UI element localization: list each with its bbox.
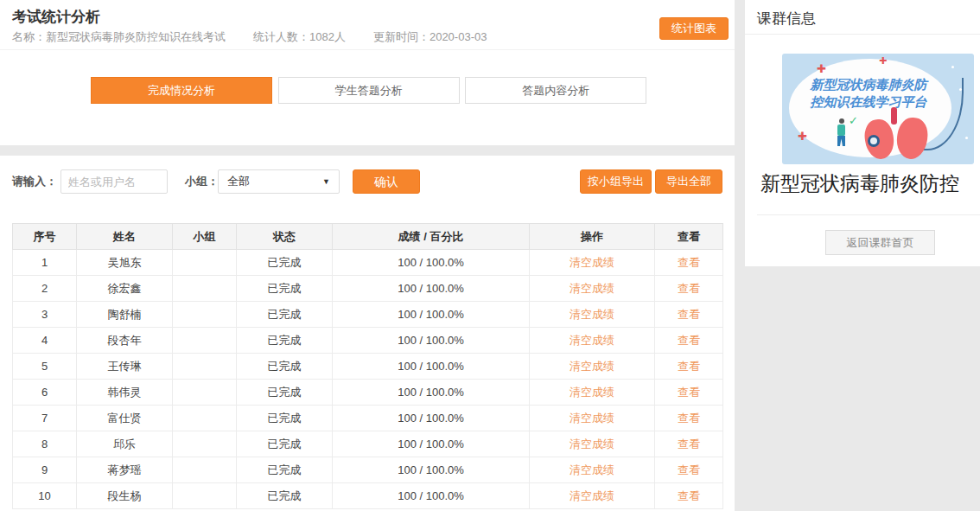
view-link[interactable]: 查看 xyxy=(678,386,700,399)
clear-score-link[interactable]: 清空成绩 xyxy=(570,334,614,347)
cell-score: 100 / 100.0% xyxy=(333,354,530,380)
table-row: 7富仕贤已完成100 / 100.0%清空成绩查看 xyxy=(13,406,723,431)
table-row: 3陶舒楠已完成100 / 100.0%清空成绩查看 xyxy=(13,302,723,328)
column-header: 序号 xyxy=(13,224,77,250)
cell-status: 已完成 xyxy=(237,380,333,406)
cell-score: 100 / 100.0% xyxy=(333,406,530,431)
cell-score: 100 / 100.0% xyxy=(333,457,530,483)
column-header: 查看 xyxy=(655,224,723,250)
column-header: 状态 xyxy=(237,224,333,250)
table-row: 2徐宏鑫已完成100 / 100.0%清空成绩查看 xyxy=(13,276,723,302)
clear-score-link[interactable]: 清空成绩 xyxy=(570,360,614,373)
stats-chart-button[interactable]: 统计图表 xyxy=(659,17,729,40)
column-header: 成绩 / 百分比 xyxy=(333,224,530,250)
clear-score-link[interactable]: 清空成绩 xyxy=(570,463,614,476)
view-link[interactable]: 查看 xyxy=(678,412,700,425)
cell-name: 韩伟灵 xyxy=(77,380,173,406)
export-all-button[interactable]: 导出全部 xyxy=(655,169,722,194)
decor-dot xyxy=(951,66,954,68)
clear-score-link[interactable]: 清空成绩 xyxy=(570,412,614,425)
table-row: 1吴旭东已完成100 / 100.0%清空成绩查看 xyxy=(13,250,723,276)
cell-group xyxy=(173,406,237,431)
table-row: 8邱乐已完成100 / 100.0%清空成绩查看 xyxy=(13,431,723,457)
cell-name: 邱乐 xyxy=(77,431,173,457)
tab-answer-content-analysis[interactable]: 答题内容分析 xyxy=(465,77,646,104)
cell-action: 清空成绩 xyxy=(530,431,655,457)
clear-score-link[interactable]: 清空成绩 xyxy=(570,489,614,502)
clear-score-link[interactable]: 清空成绩 xyxy=(570,256,614,269)
cell-name: 蒋梦瑶 xyxy=(77,457,173,483)
cell-view: 查看 xyxy=(655,380,723,406)
cell-view: 查看 xyxy=(655,483,723,509)
cell-action: 清空成绩 xyxy=(530,380,655,406)
chevron-down-icon: ▼ xyxy=(322,170,330,193)
cell-action: 清空成绩 xyxy=(530,354,655,380)
cell-status: 已完成 xyxy=(237,457,333,483)
view-link[interactable]: 查看 xyxy=(678,463,700,476)
analysis-tabs: 完成情况分析 学生答题分析 答题内容分析 xyxy=(91,77,649,104)
cell-status: 已完成 xyxy=(237,354,333,380)
table-header-row: 序号姓名小组状态成绩 / 百分比操作查看 xyxy=(13,224,723,250)
cell-action: 清空成绩 xyxy=(530,302,655,328)
clear-score-link[interactable]: 清空成绩 xyxy=(570,308,614,321)
cell-no: 5 xyxy=(13,354,77,380)
cell-group xyxy=(173,328,237,354)
course-group-panel: 课群信息 ✚ ✚ ✚ 新型冠状病毒肺炎防 控知识在线学习平台 ✓ 新型冠状病毒肺… xyxy=(745,0,980,266)
cell-view: 查看 xyxy=(655,431,723,457)
sidebar-divider xyxy=(757,214,980,215)
column-header: 操作 xyxy=(530,224,655,250)
red-cross-icon: ✚ xyxy=(879,55,887,67)
tab-student-answer-analysis[interactable]: 学生答题分析 xyxy=(278,77,460,104)
cell-no: 3 xyxy=(13,302,77,328)
cell-status: 已完成 xyxy=(237,483,333,509)
clear-score-link[interactable]: 清空成绩 xyxy=(570,438,614,450)
view-link[interactable]: 查看 xyxy=(678,308,700,321)
cell-no: 6 xyxy=(13,380,77,406)
cell-score: 100 / 100.0% xyxy=(333,302,530,328)
tab-completion-analysis[interactable]: 完成情况分析 xyxy=(91,77,272,104)
cell-name: 段生杨 xyxy=(77,483,173,509)
view-link[interactable]: 查看 xyxy=(678,360,700,373)
confirm-button[interactable]: 确认 xyxy=(353,169,420,194)
cell-name: 徐宏鑫 xyxy=(77,276,173,302)
table-row: 4段杏年已完成100 / 100.0%清空成绩查看 xyxy=(13,328,723,354)
group-select[interactable]: 全部 ▼ xyxy=(218,169,340,194)
view-link[interactable]: 查看 xyxy=(678,282,700,295)
view-link[interactable]: 查看 xyxy=(678,334,700,347)
cell-view: 查看 xyxy=(655,354,723,380)
group-select-value: 全部 xyxy=(227,175,250,188)
view-link[interactable]: 查看 xyxy=(678,438,700,450)
cell-name: 富仕贤 xyxy=(77,406,173,431)
table-row: 6韩伟灵已完成100 / 100.0%清空成绩查看 xyxy=(13,380,723,406)
view-link[interactable]: 查看 xyxy=(678,489,700,502)
course-title: 新型冠状病毒肺炎防控 xyxy=(760,170,980,197)
column-header: 小组 xyxy=(173,224,237,250)
page-title: 考试统计分析 xyxy=(12,7,100,27)
cell-group xyxy=(173,457,237,483)
decor-dot xyxy=(959,88,962,91)
sidebar-divider xyxy=(745,34,980,35)
results-table: 序号姓名小组状态成绩 / 百分比操作查看 1吴旭东已完成100 / 100.0%… xyxy=(12,223,723,509)
export-by-group-button[interactable]: 按小组导出 xyxy=(580,169,652,194)
clear-score-link[interactable]: 清空成绩 xyxy=(570,386,614,399)
cell-group xyxy=(173,431,237,457)
table-row: 5王传琳已完成100 / 100.0%清空成绩查看 xyxy=(13,354,723,380)
person-icon xyxy=(839,118,844,124)
exam-stats-panel: 考试统计分析 名称：新型冠状病毒肺炎防控知识在线考试统计人数：1082人更新时间… xyxy=(0,0,735,145)
cell-action: 清空成绩 xyxy=(530,406,655,431)
exam-meta-row: 名称：新型冠状病毒肺炎防控知识在线考试统计人数：1082人更新时间：2020-0… xyxy=(12,29,514,45)
cell-score: 100 / 100.0% xyxy=(333,431,530,457)
cell-action: 清空成绩 xyxy=(530,483,655,509)
table-row: 9蒋梦瑶已完成100 / 100.0%清空成绩查看 xyxy=(13,457,723,483)
search-input[interactable] xyxy=(60,169,168,194)
cell-action: 清空成绩 xyxy=(530,250,655,276)
clear-score-link[interactable]: 清空成绩 xyxy=(570,282,614,295)
table-row: 10段生杨已完成100 / 100.0%清空成绩查看 xyxy=(13,483,723,509)
cell-group xyxy=(173,483,237,509)
back-to-course-home-button[interactable]: 返回课群首页 xyxy=(825,230,935,255)
view-link[interactable]: 查看 xyxy=(678,256,700,269)
course-banner-image[interactable]: ✚ ✚ ✚ 新型冠状病毒肺炎防 控知识在线学习平台 ✓ xyxy=(782,54,974,164)
cell-group xyxy=(173,250,237,276)
lungs-icon xyxy=(891,107,897,125)
cell-no: 10 xyxy=(13,483,77,509)
